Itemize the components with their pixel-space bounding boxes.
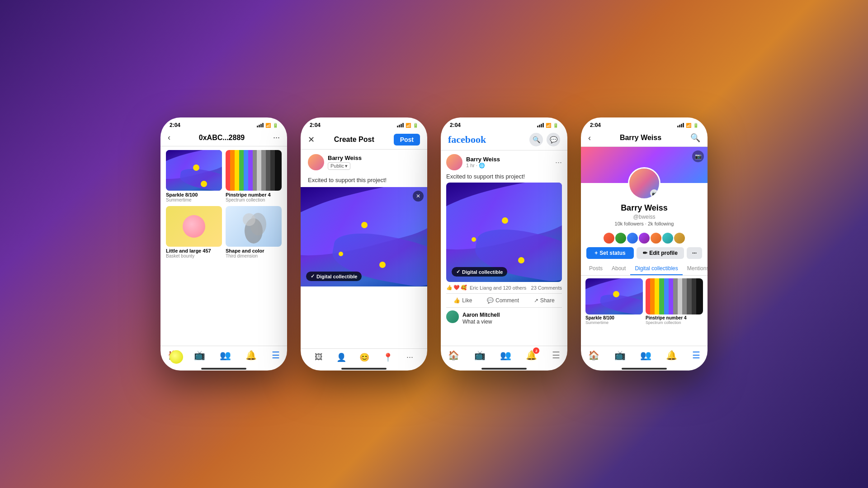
post-button[interactable]: Post bbox=[394, 134, 420, 145]
cover-camera-icon[interactable]: 📷 bbox=[692, 150, 704, 162]
badge-label-2: Digital collectible bbox=[316, 274, 357, 279]
tab-mentions[interactable]: Mentions bbox=[683, 263, 708, 275]
footer-video-4[interactable]: 📺 bbox=[614, 350, 626, 361]
footer-groups-3[interactable]: 👥 bbox=[500, 350, 511, 361]
search-button-4[interactable]: 🔍 bbox=[690, 133, 700, 143]
status-time-1: 2:04 bbox=[170, 122, 180, 128]
follower-avatar-2 bbox=[614, 232, 627, 244]
profile-nft-sparkle-subtitle: Summertime bbox=[585, 320, 643, 325]
profile-more-button[interactable]: ··· bbox=[687, 247, 702, 259]
comment-author: Aaron Mitchell bbox=[462, 312, 500, 318]
nft-item-3d[interactable]: Shape and color Third dimension bbox=[226, 206, 282, 258]
footer-bell-1[interactable]: 🔔 bbox=[245, 350, 257, 361]
profile-nft-pinstripe[interactable]: Pinstripe number 4 Spectrum collection bbox=[646, 278, 703, 325]
comment-button[interactable]: 💬 Comment bbox=[483, 296, 523, 305]
like-button[interactable]: 👍 Like bbox=[450, 296, 476, 305]
edit-icon: ✏ bbox=[643, 250, 647, 256]
footer-groups-1[interactable]: 👥 bbox=[220, 350, 231, 361]
like-label: Like bbox=[462, 297, 472, 304]
like-reaction: 👍 bbox=[446, 285, 453, 291]
wifi-icon-2: 📶 bbox=[406, 123, 411, 128]
post-author-name: Barry Weiss bbox=[328, 155, 420, 161]
reaction-icons: 👍 ❤️ 🥰 Eric Liang and 120 others bbox=[446, 285, 526, 291]
back-button-4[interactable]: ‹ bbox=[588, 133, 591, 143]
footer-menu-3[interactable]: ☰ bbox=[552, 350, 560, 361]
footer-home-4[interactable]: 🏠 bbox=[588, 350, 599, 361]
care-reaction: 🥰 bbox=[461, 285, 467, 291]
tag-button[interactable]: 👤 bbox=[336, 352, 346, 362]
follower-avatar-1 bbox=[603, 232, 615, 244]
share-button[interactable]: ↗ Share bbox=[530, 296, 558, 305]
messenger-button-3[interactable]: 💬 bbox=[547, 133, 560, 146]
status-time-4: 2:04 bbox=[590, 122, 601, 128]
feed-more-button[interactable]: ··· bbox=[555, 158, 562, 167]
nft-basket-title: Little and large 457 bbox=[166, 248, 222, 253]
status-icons-3: 📶 🔋 bbox=[537, 123, 558, 128]
more-button-1[interactable]: ··· bbox=[273, 133, 280, 142]
svg-point-2 bbox=[243, 213, 255, 226]
checkmark-icon-3: ✓ bbox=[456, 269, 460, 275]
more-options-button[interactable]: ··· bbox=[406, 352, 413, 362]
tab-about[interactable]: About bbox=[607, 263, 630, 275]
footer-video-3[interactable]: 📺 bbox=[474, 350, 486, 361]
digital-collectible-badge-3: ✓ Digital collectible bbox=[452, 267, 507, 277]
facebook-logo: facebook bbox=[448, 134, 486, 145]
profile-nft-thumb-pinstripe bbox=[646, 278, 703, 314]
nft-3d-title: Shape and color bbox=[226, 248, 282, 253]
location-button[interactable]: 📍 bbox=[383, 352, 393, 362]
followers-avatars bbox=[581, 232, 708, 244]
home-indicator-1 bbox=[201, 368, 246, 370]
tab-digital-collectibles[interactable]: Digital collectibles bbox=[630, 263, 682, 275]
footer-home-3[interactable]: 🏠 bbox=[448, 350, 459, 361]
photo-button[interactable]: 🖼 bbox=[315, 352, 323, 362]
back-button-1[interactable]: ‹ bbox=[168, 133, 170, 142]
emoji-button[interactable]: 😊 bbox=[359, 352, 369, 362]
post-author: Barry Weiss Public ▾ bbox=[301, 150, 427, 175]
nft-item-sparkle[interactable]: Sparkle 8/100 Summertime bbox=[166, 150, 222, 202]
profile-header: ‹ Barry Weiss 🔍 bbox=[581, 130, 708, 147]
comment-content: Aaron Mitchell What a view bbox=[462, 310, 500, 325]
footer-groups-4[interactable]: 👥 bbox=[640, 350, 651, 361]
profile-avatar-section: 📷 bbox=[581, 167, 708, 200]
search-button-3[interactable]: 🔍 bbox=[529, 133, 543, 146]
footer-video-1[interactable]: 📺 bbox=[194, 350, 205, 361]
profile-content: 📷 📷 Barry Weiss @bweiss 10k followers · … bbox=[581, 147, 708, 346]
nft-sparkle-title: Sparkle 8/100 bbox=[166, 192, 222, 197]
wifi-icon-1: 📶 bbox=[265, 123, 271, 128]
set-status-button[interactable]: + Set status bbox=[586, 247, 634, 259]
nft-item-basket[interactable]: Little and large 457 Basket bounty bbox=[166, 206, 222, 258]
feed-author-avatar bbox=[446, 154, 462, 170]
edit-profile-button[interactable]: ✏ Edit profile bbox=[637, 247, 684, 259]
status-bar-4: 2:04 📶 🔋 bbox=[581, 117, 708, 130]
wifi-icon-4: 📶 bbox=[686, 123, 691, 128]
status-time-3: 2:04 bbox=[450, 122, 461, 128]
post-text-input[interactable]: Excited to support this project! bbox=[301, 175, 427, 187]
tab-posts[interactable]: Posts bbox=[585, 263, 607, 275]
following-count: 2k following bbox=[648, 221, 674, 226]
status-bar-3: 2:04 📶 🔋 bbox=[441, 117, 567, 130]
footer-menu-1[interactable]: ☰ bbox=[272, 350, 280, 361]
footer-bell-4[interactable]: 🔔 bbox=[666, 350, 677, 361]
profile-nft-grid: Sparkle 8/100 Summertime Pinstripe numbe… bbox=[581, 276, 708, 328]
feed-post-image: ✓ Digital collectible bbox=[446, 183, 562, 282]
status-icons-4: 📶 🔋 bbox=[677, 123, 698, 128]
share-icon: ↗ bbox=[534, 297, 538, 304]
post-image: ✕ ✓ Digital collectible bbox=[301, 187, 427, 286]
profile-nft-sparkle[interactable]: Sparkle 8/100 Summertime bbox=[585, 278, 643, 325]
feed-post: Barry Weiss 1 hr · 🌐 ··· Excited to supp… bbox=[441, 150, 567, 328]
footer-menu-4[interactable]: ☰ bbox=[692, 350, 700, 361]
followers-count: 10k followers bbox=[615, 221, 644, 226]
nft-item-pinstripe[interactable]: Pinstripe number 4 Spectrum collection bbox=[226, 150, 282, 202]
nft-thumb-sparkle bbox=[166, 150, 222, 191]
image-close-button[interactable]: ✕ bbox=[413, 191, 424, 202]
close-button-2[interactable]: ✕ bbox=[308, 135, 315, 145]
footer-bell-3[interactable]: 🔔 bbox=[526, 350, 537, 361]
profile-avatar: 📷 bbox=[628, 167, 660, 200]
nft-thumb-pinstripe bbox=[226, 150, 282, 191]
battery-icon-3: 🔋 bbox=[553, 123, 558, 128]
nft-gallery-content: Sparkle 8/100 Summertime Pinstripe numbe… bbox=[160, 146, 287, 346]
avatar-camera-icon[interactable]: 📷 bbox=[650, 189, 658, 197]
feed-action-buttons: 👍 Like 💬 Comment ↗ Share bbox=[446, 294, 562, 308]
audience-badge[interactable]: Public ▾ bbox=[328, 162, 350, 170]
share-label: Share bbox=[540, 297, 555, 304]
